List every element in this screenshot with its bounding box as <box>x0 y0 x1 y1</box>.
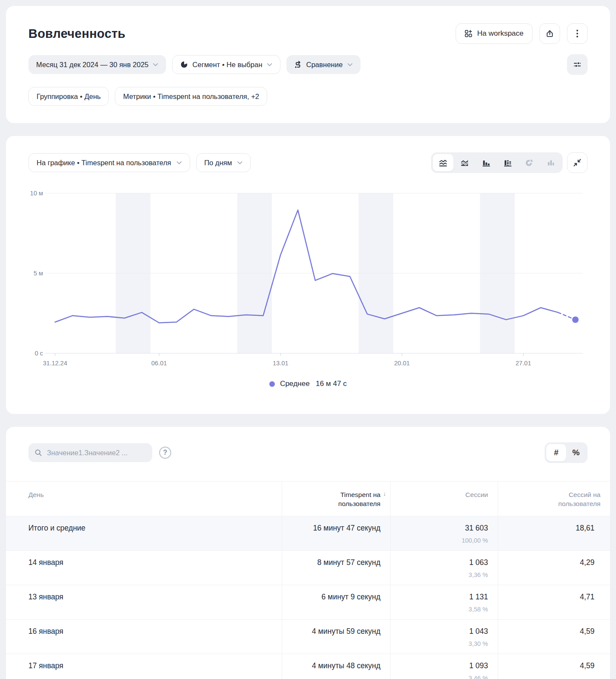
cell-sessions-per-user: 4,59 <box>498 654 610 679</box>
svg-text:06.01: 06.01 <box>151 360 167 367</box>
show-numbers-button[interactable]: # <box>546 444 566 461</box>
cell-percent: 100,00 % <box>400 537 488 544</box>
chart-type-bars-button[interactable] <box>476 154 496 171</box>
chart-type-switcher <box>431 152 563 173</box>
filter-chip-comparison[interactable]: Сравнение <box>286 55 360 74</box>
chart-type-donut-button[interactable] <box>519 154 539 171</box>
column-header-timespent[interactable]: Timespent на пользователя↓ <box>282 481 390 516</box>
svg-text:10 м: 10 м <box>30 190 43 197</box>
help-button[interactable]: ? <box>159 447 171 459</box>
filter-chip-metrics[interactable]: Метрики • Timespent на пользователя, +2 <box>115 87 267 106</box>
cell-day: 13 января <box>6 585 282 620</box>
share-button[interactable] <box>539 23 560 44</box>
column-chart-icon <box>546 158 555 167</box>
bar-chart-icon <box>481 158 491 167</box>
cell-sessions-per-user: 4,59 <box>498 620 610 654</box>
metrics-chip-label: Метрики • Timespent на пользователя, +2 <box>123 93 259 101</box>
chart-metric-dropdown-label: На графике • Timespent на пользователя <box>37 159 171 167</box>
cell-sessions: 1 1313,58 % <box>390 585 498 620</box>
chevron-down-icon <box>267 63 272 67</box>
number-percent-toggle: # % <box>545 442 588 463</box>
comparison-icon <box>294 61 302 68</box>
column-header-day[interactable]: День <box>6 481 282 516</box>
filter-chip-segment[interactable]: Сегмент • Не выбран <box>172 55 280 74</box>
header-card: Вовлеченность На workspace <box>6 6 610 123</box>
chevron-down-icon <box>237 161 243 165</box>
svg-text:31.12.24: 31.12.24 <box>43 360 67 367</box>
comparison-chip-label: Сравнение <box>306 61 343 69</box>
cell-sessions: 1 0433,30 % <box>390 620 498 654</box>
cell-day: 14 января <box>6 551 282 585</box>
cell-timespent: 8 минут 57 секунд <box>282 551 390 585</box>
chart-type-stacked-bars-button[interactable] <box>497 154 518 171</box>
share-icon <box>545 29 554 38</box>
filter-chip-period[interactable]: Месяц 31 дек 2024 — 30 янв 2025 <box>28 55 166 74</box>
chart-type-area-button[interactable] <box>454 154 475 171</box>
workspace-grid-plus-icon <box>465 30 472 37</box>
page-title: Вовлеченность <box>28 27 126 41</box>
show-percent-button[interactable]: % <box>566 444 586 461</box>
column-header-sessions[interactable]: Сессии <box>390 481 498 516</box>
table-row[interactable]: 13 января6 минут 9 секунд1 1313,58 %4,71 <box>6 585 610 620</box>
workspace-button[interactable]: На workspace <box>456 23 533 44</box>
cell-sessions-per-user: 18,61 <box>498 516 610 551</box>
cell-percent: 3,58 % <box>400 605 488 613</box>
workspace-button-label: На workspace <box>477 29 524 38</box>
collapse-chart-button[interactable] <box>567 152 588 173</box>
data-table: ДеньTimespent на пользователя↓СессииСесс… <box>6 481 610 679</box>
chart-type-columns-button[interactable] <box>540 154 561 171</box>
period-chip-label: Месяц 31 дек 2024 — 30 янв 2025 <box>36 61 148 69</box>
segment-pie-icon <box>180 61 188 68</box>
chevron-down-icon <box>176 161 182 165</box>
cell-sessions-per-user: 4,71 <box>498 585 610 620</box>
search-input[interactable] <box>46 448 146 457</box>
table-card: ? # % ДеньTimespent на пользователя↓Сесс… <box>6 427 610 679</box>
cell-timespent: 6 минут 9 секунд <box>282 585 390 620</box>
column-header-sessions-per-user[interactable]: Сессий на пользователя <box>498 481 610 516</box>
cell-day: 17 января <box>6 654 282 679</box>
cell-percent: 3,30 % <box>400 640 488 648</box>
segment-chip-label: Сегмент • Не выбран <box>192 61 262 69</box>
table-search[interactable] <box>28 443 152 462</box>
table-row[interactable]: 14 января8 минут 57 секунд1 0633,36 %4,2… <box>6 551 610 585</box>
chart-legend[interactable]: Среднее 16 м 47 с <box>28 380 588 388</box>
donut-chart-icon <box>524 158 534 167</box>
cell-timespent: 4 минуты 59 секунд <box>282 620 390 654</box>
svg-text:0 с: 0 с <box>35 350 43 357</box>
cell-sessions-per-user: 4,29 <box>498 551 610 585</box>
filter-chip-grouping[interactable]: Группировка • День <box>28 87 109 106</box>
table-row[interactable]: Итого и средние16 минут 47 секунд31 6031… <box>6 516 610 551</box>
legend-label: Среднее <box>280 380 310 388</box>
chart-area: 0 с5 м10 м31.12.2406.0113.0120.0127.01 <box>28 188 588 372</box>
stacked-area-icon <box>460 158 469 167</box>
chart-card: На графике • Timespent на пользователя П… <box>6 136 610 414</box>
grouping-chip-label: Группировка • День <box>37 93 101 101</box>
svg-text:13.01: 13.01 <box>273 360 288 367</box>
table-row[interactable]: 17 января4 минуты 48 секунд1 0933,46 %4,… <box>6 654 610 679</box>
settings-button[interactable] <box>567 54 588 75</box>
sort-desc-icon: ↓ <box>383 490 386 497</box>
table-header-row: ДеньTimespent на пользователя↓СессииСесс… <box>6 481 610 516</box>
chevron-down-icon <box>347 63 353 67</box>
granularity-dropdown[interactable]: По дням <box>196 153 251 172</box>
sliders-icon <box>573 60 582 69</box>
legend-value: 16 м 47 с <box>316 380 347 388</box>
table-row[interactable]: 16 января4 минуты 59 секунд1 0433,30 %4,… <box>6 620 610 654</box>
stacked-bar-chart-icon <box>503 158 512 167</box>
granularity-dropdown-label: По дням <box>204 159 232 167</box>
timespent-line-chart[interactable]: 0 с5 м10 м31.12.2406.0113.0120.0127.01 <box>28 188 588 372</box>
cell-day: Итого и средние <box>6 516 282 551</box>
cell-percent: 3,36 % <box>400 571 488 579</box>
cell-sessions: 1 0633,36 % <box>390 551 498 585</box>
cell-day: 16 января <box>6 620 282 654</box>
cell-sessions: 1 0933,46 % <box>390 654 498 679</box>
svg-text:5 м: 5 м <box>34 270 43 277</box>
chart-type-line-button[interactable] <box>433 154 453 171</box>
more-menu-button[interactable] <box>567 23 588 44</box>
cell-timespent: 4 минуты 48 секунд <box>282 654 390 679</box>
search-icon <box>34 449 42 457</box>
legend-dot-icon <box>269 381 275 387</box>
chart-metric-dropdown[interactable]: На графике • Timespent на пользователя <box>28 153 190 172</box>
cell-sessions: 31 603100,00 % <box>390 516 498 551</box>
svg-text:27.01: 27.01 <box>515 360 531 367</box>
